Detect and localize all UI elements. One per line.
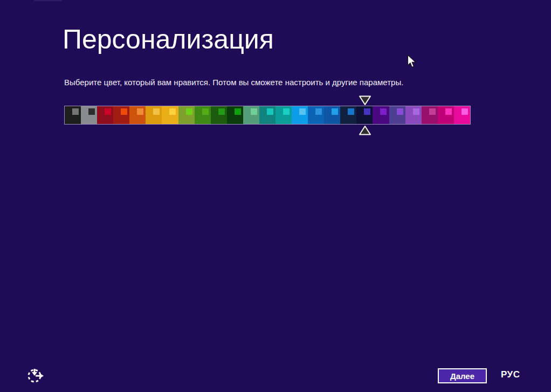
color-swatch[interactable] bbox=[292, 106, 308, 124]
color-swatch[interactable] bbox=[195, 106, 211, 124]
color-swatch[interactable] bbox=[211, 106, 227, 124]
color-swatch[interactable] bbox=[146, 106, 162, 124]
color-swatch[interactable] bbox=[178, 106, 195, 124]
color-swatch[interactable] bbox=[405, 106, 422, 124]
swatch-accent-square bbox=[380, 108, 387, 115]
swatch-accent-square bbox=[315, 108, 322, 115]
color-swatch[interactable] bbox=[162, 106, 178, 124]
swatch-accent-square bbox=[105, 108, 111, 115]
slider-arrow-up-icon[interactable] bbox=[359, 125, 371, 135]
swatch-accent-square bbox=[299, 108, 306, 115]
swatch-accent-square bbox=[202, 108, 209, 115]
swatch-accent-square bbox=[137, 108, 143, 115]
color-swatch[interactable] bbox=[454, 106, 470, 124]
swatch-accent-square bbox=[462, 108, 468, 115]
swatch-accent-square bbox=[153, 108, 160, 115]
color-swatch[interactable] bbox=[389, 106, 405, 124]
swatch-accent-square bbox=[88, 108, 95, 115]
swatch-accent-square bbox=[397, 108, 403, 115]
slider-arrow-down-icon[interactable] bbox=[359, 95, 371, 106]
swatch-accent-square bbox=[332, 108, 338, 115]
color-swatch[interactable] bbox=[259, 106, 276, 124]
color-swatch[interactable] bbox=[243, 106, 259, 124]
next-button[interactable]: Далее bbox=[438, 368, 487, 383]
swatch-accent-square bbox=[72, 108, 79, 115]
page-title: Персонализация bbox=[63, 24, 274, 55]
color-swatch[interactable] bbox=[227, 106, 243, 124]
color-swatch[interactable] bbox=[81, 106, 97, 124]
swatch-accent-square bbox=[283, 108, 290, 115]
swatch-accent-square bbox=[251, 108, 257, 115]
color-swatch[interactable] bbox=[373, 106, 389, 124]
color-swatch[interactable] bbox=[422, 106, 438, 124]
color-swatch[interactable] bbox=[356, 106, 373, 124]
color-swatch[interactable] bbox=[276, 106, 292, 124]
color-swatch[interactable] bbox=[308, 106, 324, 124]
color-swatch[interactable] bbox=[438, 106, 454, 124]
window-edge-artifact bbox=[34, 0, 62, 1]
swatch-accent-square bbox=[235, 108, 241, 115]
language-button[interactable]: РУС bbox=[501, 369, 520, 380]
color-swatch[interactable] bbox=[65, 106, 81, 124]
swatch-accent-square bbox=[445, 108, 452, 115]
swatch-accent-square bbox=[429, 108, 436, 115]
mouse-cursor-icon bbox=[407, 54, 418, 68]
swatch-accent-square bbox=[364, 108, 370, 115]
ease-of-access-button[interactable] bbox=[26, 366, 45, 385]
slider-handle bbox=[359, 0, 371, 392]
color-swatch[interactable] bbox=[113, 106, 129, 124]
color-swatch[interactable] bbox=[324, 106, 340, 124]
color-swatch[interactable] bbox=[340, 106, 356, 124]
color-strip[interactable] bbox=[64, 106, 471, 125]
swatch-accent-square bbox=[169, 108, 176, 115]
swatch-accent-square bbox=[413, 108, 419, 115]
swatch-accent-square bbox=[121, 108, 127, 115]
swatch-accent-square bbox=[218, 108, 225, 115]
ease-of-access-icon bbox=[26, 366, 45, 385]
color-swatch[interactable] bbox=[97, 106, 113, 124]
swatch-accent-square bbox=[267, 108, 273, 115]
swatch-accent-square bbox=[186, 108, 192, 115]
page-subtitle: Выберите цвет, который вам нравится. Пот… bbox=[64, 78, 403, 87]
swatch-accent-square bbox=[348, 108, 354, 115]
personalization-screen: { "window": { "background_color": "#1f0b… bbox=[0, 0, 551, 392]
color-swatch[interactable] bbox=[129, 106, 146, 124]
